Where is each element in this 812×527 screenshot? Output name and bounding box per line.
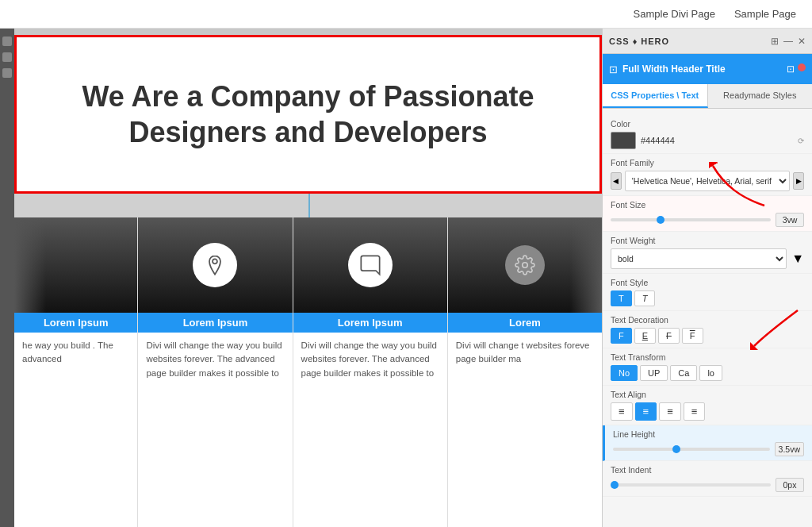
hero-section: We Are a Company of Passionate Designers… (14, 35, 602, 194)
text-indent-slider[interactable] (611, 483, 771, 487)
main-area: We Are a Company of Passionate Designers… (0, 29, 812, 527)
prop-font-weight-row: Font Weight bold normal lighter 100 200 … (603, 232, 812, 274)
top-nav: Sample Divi Page Sample Page (0, 0, 812, 29)
element-bar-icon: ⊡ (609, 63, 618, 75)
card-2-image (138, 217, 292, 313)
card-3-body: Divi will change the way you build websi… (293, 333, 447, 527)
text-decoration-line-through-btn[interactable]: F (658, 328, 680, 344)
card-1-body: he way you build . The advanced (14, 333, 137, 527)
css-hero-panel: CSS ♦ HERO ⊞ — ✕ ⊡ Full Width Header Tit… (602, 29, 812, 527)
font-weight-chevron: ▼ (791, 252, 804, 266)
element-bar-action-icon[interactable]: ⊡ (787, 63, 795, 75)
card-4-image (448, 217, 602, 313)
font-style-normal-btn[interactable]: T (611, 290, 632, 306)
text-transform-none-btn[interactable]: No (611, 365, 638, 381)
card-3-image (293, 217, 447, 313)
element-bar-close-dot[interactable] (798, 63, 806, 71)
nav-item-sample-page[interactable]: Sample Page (734, 8, 796, 20)
prop-text-transform-label: Text Transform (611, 352, 804, 362)
tab-readymade-styles[interactable]: Readymade Styles (708, 84, 813, 108)
card-1: Lorem Ipsum he way you build . The advan… (14, 217, 138, 527)
card-3: Lorem Ipsum Divi will change the way you… (293, 217, 448, 527)
prop-color-label: Color (611, 119, 804, 129)
panel-header: CSS ♦ HERO ⊞ — ✕ (603, 29, 812, 54)
line-height-value: 3.5vw (775, 442, 804, 456)
prop-color-control: #444444 ⟳ (611, 132, 804, 149)
text-transform-btn-group: No UP Ca lo (611, 365, 804, 381)
text-decoration-btn-group: F E F F (611, 328, 804, 344)
location-icon (204, 254, 226, 276)
text-transform-lowercase-btn[interactable]: lo (699, 365, 722, 381)
prop-text-indent-row: Text Indent 0px (603, 461, 812, 497)
element-bar-actions: ⊡ (787, 63, 806, 75)
card-1-image (14, 217, 137, 313)
prop-font-style-label: Font Style (611, 278, 804, 287)
panel-close-icon[interactable]: ✕ (798, 37, 806, 46)
card-3-icon-circle (348, 243, 393, 287)
line-height-slider-row: 3.5vw (613, 442, 804, 456)
text-transform-capitalize-btn[interactable]: Ca (670, 365, 697, 381)
card-3-title: Lorem Ipsum (293, 313, 447, 333)
text-decoration-none-btn[interactable]: F (611, 328, 632, 344)
text-decoration-overline-btn[interactable]: F (682, 328, 703, 344)
card-2: Lorem Ipsum Divi will change the way you… (138, 217, 293, 527)
panel-tabs: CSS Properties \ Text Readymade Styles (603, 84, 812, 109)
panel-header-icons: ⊞ — ✕ (771, 37, 806, 46)
prop-text-transform-row: Text Transform No UP Ca lo (603, 348, 812, 386)
toolbar-icon-3[interactable] (2, 68, 12, 78)
svg-point-1 (523, 263, 528, 268)
tab-css-properties[interactable]: CSS Properties \ Text (603, 84, 708, 108)
font-weight-select[interactable]: bold normal lighter 100 200 300 400 500 … (611, 248, 787, 269)
toolbar-icon-2[interactable] (2, 52, 12, 62)
hero-text: We Are a Company of Passionate Designers… (40, 79, 576, 150)
prop-line-height-label: Line Height (613, 429, 804, 439)
text-decoration-underline-btn[interactable]: E (634, 328, 656, 344)
panel-grid-icon[interactable]: ⊞ (771, 37, 779, 46)
text-align-left-btn[interactable]: ≡ (611, 402, 633, 421)
font-family-select-row: ◀ 'Helvetica Neue', Helvetica, Arial, se… (611, 171, 804, 191)
toolbar-icon-1[interactable] (2, 37, 12, 46)
font-size-value: 3vw (776, 213, 804, 227)
prop-text-decoration-row: Text Decoration F E F F (603, 311, 812, 348)
color-value: #444444 (641, 136, 793, 145)
font-family-prev-btn[interactable]: ◀ (611, 172, 622, 190)
properties-area: Color #444444 ⟳ Font Family ◀ 'Helvetica… (603, 109, 812, 527)
text-transform-uppercase-btn[interactable]: UP (640, 365, 668, 381)
prop-color-row: Color #444444 ⟳ (603, 115, 812, 154)
card-4-body: Divi will change t websites foreve page … (448, 333, 602, 527)
color-swatch[interactable] (611, 132, 636, 149)
text-indent-slider-row: 0px (611, 478, 804, 492)
text-align-right-btn[interactable]: ≡ (659, 402, 681, 421)
text-indent-value: 0px (776, 478, 804, 492)
text-align-justify-btn[interactable]: ≡ (684, 402, 706, 421)
element-bar[interactable]: ⊡ Full Width Header Title ⊡ (603, 54, 812, 84)
font-style-italic-btn[interactable]: T (634, 290, 656, 306)
font-family-next-btn[interactable]: ▶ (793, 172, 804, 190)
card-1-title: Lorem Ipsum (14, 313, 137, 333)
font-size-slider[interactable] (611, 218, 771, 221)
font-size-slider-row: 3vw (611, 213, 804, 227)
nav-item-sample-divi[interactable]: Sample Divi Page (634, 8, 715, 20)
cards-section: Lorem Ipsum he way you build . The advan… (14, 217, 602, 527)
page-content: We Are a Company of Passionate Designers… (0, 29, 602, 527)
gear-icon (515, 255, 535, 275)
card-2-body: Divi will change the way you build websi… (138, 333, 292, 527)
section-divider (14, 194, 602, 217)
card-4: Lorem Divi will change t websites foreve… (448, 217, 602, 527)
element-bar-label: Full Width Header Title (622, 63, 782, 75)
line-height-slider[interactable] (613, 448, 770, 451)
prop-text-decoration-label: Text Decoration (611, 315, 804, 325)
left-toolbar (0, 29, 14, 527)
prop-text-align-row: Text Align ≡ ≡ ≡ ≡ (603, 386, 812, 425)
panel-minimize-icon[interactable]: — (783, 37, 793, 46)
font-style-btn-group: T T (611, 290, 804, 306)
font-weight-control: bold normal lighter 100 200 300 400 500 … (611, 248, 804, 269)
text-align-center-btn[interactable]: ≡ (635, 402, 657, 421)
card-2-icon-circle (193, 243, 237, 287)
chat-icon (359, 254, 381, 276)
prop-font-size-label: Font Size (611, 200, 804, 210)
font-family-select[interactable]: 'Helvetica Neue', Helvetica, Arial, seri… (625, 171, 790, 191)
panel-title: CSS ♦ HERO (609, 37, 669, 46)
color-reset-icon[interactable]: ⟳ (798, 137, 804, 145)
svg-point-0 (213, 259, 218, 264)
